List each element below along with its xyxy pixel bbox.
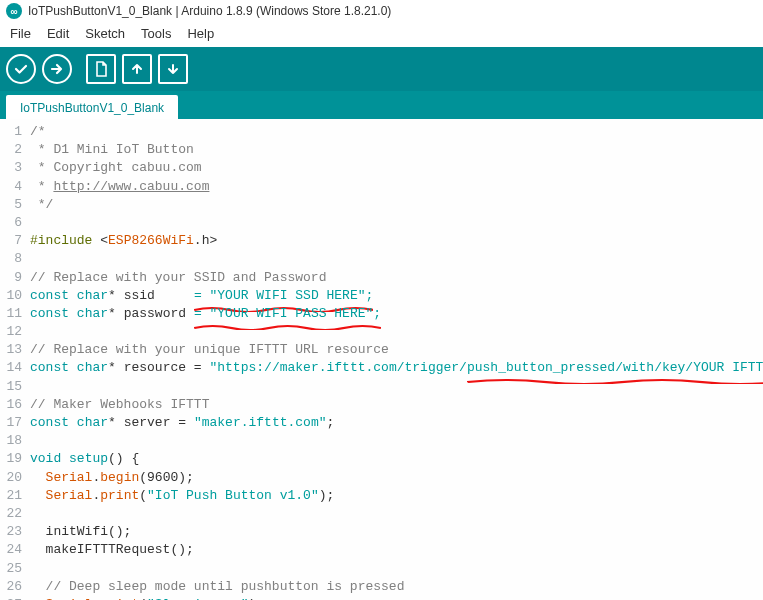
code-line[interactable]: 1/* xyxy=(0,123,763,141)
line-number: 15 xyxy=(0,378,30,396)
arduino-app-icon: ∞ xyxy=(6,3,22,19)
tabstrip: IoTPushButtonV1_0_Blank xyxy=(0,91,763,119)
code-token: ( xyxy=(139,488,147,503)
code-token: .h> xyxy=(194,233,217,248)
code-line[interactable]: 10const char* ssid = "YOUR WIFI SSD HERE… xyxy=(0,287,763,305)
code-line[interactable]: 24 makeIFTTTRequest(); xyxy=(0,541,763,559)
code-token: /* xyxy=(30,124,46,139)
code-token: (9600); xyxy=(139,470,194,485)
arrow-down-icon xyxy=(166,62,180,76)
arrow-right-icon xyxy=(50,62,64,76)
line-number: 2 xyxy=(0,141,30,159)
code-content[interactable]: Serial.begin(9600); xyxy=(30,469,194,487)
code-line[interactable]: 5 */ xyxy=(0,196,763,214)
code-token: = "YOUR WIFI SSD HERE"; xyxy=(194,288,373,303)
code-content[interactable]: const char* server = "maker.ifttt.com"; xyxy=(30,414,334,432)
code-line[interactable]: 12 xyxy=(0,323,763,341)
code-token: const xyxy=(30,415,69,430)
code-content[interactable]: /* xyxy=(30,123,46,141)
code-content[interactable]: // Replace with your unique IFTTT URL re… xyxy=(30,341,389,359)
code-token: () { xyxy=(108,451,139,466)
code-content[interactable]: * http://www.cabuu.com xyxy=(30,178,209,196)
code-content[interactable]: const char* resource = "https://maker.if… xyxy=(30,359,763,377)
code-line[interactable]: 11const char* password = "YOUR WIFI PASS… xyxy=(0,305,763,323)
code-line[interactable]: 2 * D1 Mini IoT Button xyxy=(0,141,763,159)
code-line[interactable]: 23 initWifi(); xyxy=(0,523,763,541)
code-content[interactable]: Serial.print("Sleeping..."); xyxy=(30,596,264,600)
code-line[interactable]: 16// Maker Webhooks IFTTT xyxy=(0,396,763,414)
code-content[interactable]: */ xyxy=(30,196,53,214)
code-line[interactable]: 6 xyxy=(0,214,763,232)
code-content[interactable]: // Maker Webhooks IFTTT xyxy=(30,396,209,414)
code-line[interactable]: 25 xyxy=(0,560,763,578)
code-line[interactable]: 3 * Copyright cabuu.com xyxy=(0,159,763,177)
code-token: char xyxy=(77,415,108,430)
code-token: char xyxy=(77,360,108,375)
code-content[interactable]: * D1 Mini IoT Button xyxy=(30,141,194,159)
menu-tools[interactable]: Tools xyxy=(135,24,177,43)
code-content[interactable]: const char* ssid = "YOUR WIFI SSD HERE"; xyxy=(30,287,373,305)
code-line[interactable]: 4 * http://www.cabuu.com xyxy=(0,178,763,196)
code-editor[interactable]: 1/*2 * D1 Mini IoT Button3 * Copyright c… xyxy=(0,119,763,600)
code-token: setup xyxy=(69,451,108,466)
open-sketch-button[interactable] xyxy=(122,54,152,84)
code-token: "IoT Push Button v1.0" xyxy=(147,488,319,503)
code-token: "maker.ifttt.com" xyxy=(194,415,327,430)
code-line[interactable]: 26 // Deep sleep mode until pushbutton i… xyxy=(0,578,763,596)
upload-button[interactable] xyxy=(42,54,72,84)
code-content[interactable]: // Deep sleep mode until pushbutton is p… xyxy=(30,578,404,596)
code-token xyxy=(69,288,77,303)
code-token: char xyxy=(77,288,108,303)
code-line[interactable]: 14const char* resource = "https://maker.… xyxy=(0,359,763,377)
code-line[interactable]: 20 Serial.begin(9600); xyxy=(0,469,763,487)
code-content[interactable]: // Replace with your SSID and Password xyxy=(30,269,326,287)
menu-help[interactable]: Help xyxy=(181,24,220,43)
menu-sketch[interactable]: Sketch xyxy=(79,24,131,43)
tab-sketch[interactable]: IoTPushButtonV1_0_Blank xyxy=(6,95,178,119)
code-line[interactable]: 19void setup() { xyxy=(0,450,763,468)
code-token xyxy=(69,360,77,375)
line-number: 18 xyxy=(0,432,30,450)
menu-file[interactable]: File xyxy=(4,24,37,43)
line-number: 24 xyxy=(0,541,30,559)
code-content[interactable]: #include <ESP8266WiFi.h> xyxy=(30,232,217,250)
code-token: const xyxy=(30,288,69,303)
code-token: < xyxy=(100,233,108,248)
code-line[interactable]: 13// Replace with your unique IFTTT URL … xyxy=(0,341,763,359)
code-token: // Maker Webhooks IFTTT xyxy=(30,397,209,412)
code-token: const xyxy=(30,360,69,375)
line-number: 16 xyxy=(0,396,30,414)
code-line[interactable]: 21 Serial.print("IoT Push Button v1.0"); xyxy=(0,487,763,505)
code-token: void xyxy=(30,451,61,466)
code-line[interactable]: 8 xyxy=(0,250,763,268)
code-token: * ssid xyxy=(108,288,194,303)
code-content[interactable]: const char* password = "YOUR WIFI PASS H… xyxy=(30,305,381,323)
code-token xyxy=(69,415,77,430)
line-number: 27 xyxy=(0,596,30,600)
code-content[interactable]: void setup() { xyxy=(30,450,139,468)
verify-button[interactable] xyxy=(6,54,36,84)
code-line[interactable]: 27 Serial.print("Sleeping..."); xyxy=(0,596,763,600)
code-content[interactable]: initWifi(); xyxy=(30,523,131,541)
code-line[interactable]: 9// Replace with your SSID and Password xyxy=(0,269,763,287)
new-sketch-button[interactable] xyxy=(86,54,116,84)
code-line[interactable]: 18 xyxy=(0,432,763,450)
save-sketch-button[interactable] xyxy=(158,54,188,84)
code-line[interactable]: 17const char* server = "maker.ifttt.com"… xyxy=(0,414,763,432)
code-token: * Copyright cabuu.com xyxy=(30,160,202,175)
code-content[interactable]: Serial.print("IoT Push Button v1.0"); xyxy=(30,487,334,505)
code-token: = "YOUR WIFI PASS HERE"; xyxy=(194,306,381,321)
code-token: // Replace with your SSID and Password xyxy=(30,270,326,285)
code-token: // Deep sleep mode until pushbutton is p… xyxy=(46,579,405,594)
code-token xyxy=(61,451,69,466)
code-token: // Replace with your unique IFTTT URL re… xyxy=(30,342,389,357)
line-number: 7 xyxy=(0,232,30,250)
code-line[interactable]: 15 xyxy=(0,378,763,396)
code-token: * D1 Mini IoT Button xyxy=(30,142,194,157)
menu-edit[interactable]: Edit xyxy=(41,24,75,43)
code-line[interactable]: 7#include <ESP8266WiFi.h> xyxy=(0,232,763,250)
code-content[interactable]: makeIFTTTRequest(); xyxy=(30,541,194,559)
code-content[interactable]: * Copyright cabuu.com xyxy=(30,159,202,177)
code-line[interactable]: 22 xyxy=(0,505,763,523)
code-token: ESP8266WiFi xyxy=(108,233,194,248)
